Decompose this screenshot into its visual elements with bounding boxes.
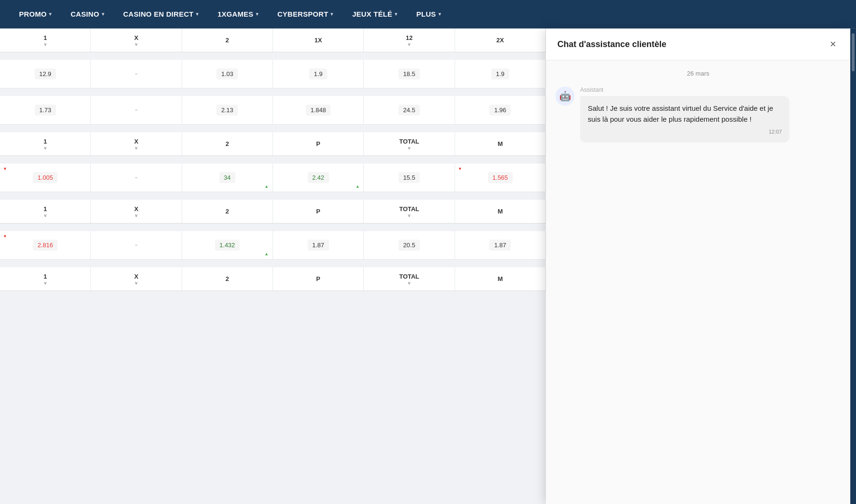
nav-label-1xgames: 1XGAMES	[217, 10, 253, 18]
arrow-up-icon-3: ▲	[264, 252, 269, 256]
bet-col-header4-m: M	[455, 267, 546, 291]
nav-label-jeux-tele: JEUX TÉLÉ	[352, 10, 392, 18]
message-bubble: Salut ! Je suis votre assistant virtuel …	[580, 96, 789, 143]
chat-date-label: 26 mars	[555, 70, 841, 77]
chat-close-button[interactable]: ×	[827, 38, 839, 50]
bet-col-header3-m: M	[455, 200, 546, 223]
bet-cell-1-2[interactable]: 1.03	[182, 60, 273, 88]
bet-col-header-x: X v	[91, 29, 182, 52]
chat-message-group: 🤖 Assistant Salut ! Je suis votre assist…	[555, 87, 841, 143]
nav-item-plus[interactable]: PLUS ▾	[407, 0, 450, 29]
bet-cell-2-1[interactable]: 1.73	[0, 96, 91, 125]
bet-col-header4-p: P	[273, 267, 364, 291]
nav-item-casino-direct[interactable]: CASINO EN DIRECT ▾	[114, 0, 208, 29]
arrow-down-icon-3: ▼	[3, 234, 7, 239]
bet-col-header-2x: 2X	[455, 29, 546, 52]
bet-data-row-3: ▼ 1.005 - 34 ▲ 2.42 ▲ 15.5 ▼ 1.565	[0, 164, 546, 192]
bet-col-header4-x: X v	[91, 267, 182, 291]
bet-cell-2-12[interactable]: 24.5	[364, 96, 455, 125]
nav-chevron-cybersport: ▾	[331, 11, 333, 17]
nav-chevron-jeux-tele: ▾	[395, 11, 397, 17]
bet-col-header4-total: TOTAL v	[364, 267, 455, 291]
nav-item-1xgames[interactable]: 1XGAMES ▾	[208, 0, 268, 29]
arrow-down-icon: ▼	[3, 166, 7, 171]
nav-item-cybersport[interactable]: CYBERSPORT ▾	[268, 0, 343, 29]
bet-col-header4-2: 2	[182, 267, 273, 291]
arrow-up-icon: ▲	[264, 184, 269, 189]
bet-cell-3-12[interactable]: 15.5	[364, 164, 455, 192]
bet-col-header4-1: 1 v	[0, 267, 91, 291]
bet-col-header2-2: 2	[182, 132, 273, 155]
bet-cell-2-1x[interactable]: 1.848	[273, 96, 364, 125]
bet-cell-3-x[interactable]: -	[91, 164, 182, 192]
bet-cell-1-1[interactable]: 12.9	[0, 60, 91, 88]
bet-cell-1-2x[interactable]: 1.9	[455, 60, 546, 88]
bet-col-header-1x: 1X	[273, 29, 364, 52]
nav-item-jeux-tele[interactable]: JEUX TÉLÉ ▾	[343, 0, 407, 29]
bet-col-header2-total: TOTAL v	[364, 132, 455, 155]
arrow-up-icon-2: ▲	[355, 184, 360, 189]
bet-col-header3-total: TOTAL v	[364, 200, 455, 223]
nav-label-promo: PROMO	[19, 10, 47, 18]
nav-chevron-plus: ▾	[438, 11, 441, 17]
bet-cell-2-x[interactable]: -	[91, 96, 182, 125]
bet-cell-4-2[interactable]: 1.432 ▲	[182, 231, 273, 260]
bet-cell-3-2[interactable]: 34 ▲	[182, 164, 273, 192]
nav-chevron-promo: ▾	[49, 11, 51, 17]
bet-cell-4-x[interactable]: -	[91, 231, 182, 260]
bet-data-row-2: 1.73 - 2.13 1.848 24.5 1.96	[0, 96, 546, 125]
bet-col-header3-p: P	[273, 200, 364, 223]
bet-cell-3-2x[interactable]: ▼ 1.565	[455, 164, 546, 192]
bet-cell-1-x[interactable]: -	[91, 60, 182, 88]
message-time: 12:07	[588, 128, 782, 136]
bet-cell-4-m[interactable]: 1.87	[455, 231, 546, 260]
spacer-6	[0, 223, 546, 231]
chat-body: 26 mars 🤖 Assistant Salut ! Je suis votr…	[546, 60, 850, 504]
bet-cell-1-1x[interactable]: 1.9	[273, 60, 364, 88]
nav-chevron-casino: ▾	[102, 11, 104, 17]
bet-col-header2-p: P	[273, 132, 364, 155]
nav-item-promo[interactable]: PROMO ▾	[10, 0, 61, 29]
bet-col-header-12: 12 v	[364, 29, 455, 52]
bet-col-header2-x: X v	[91, 132, 182, 155]
right-scrollbar[interactable]	[850, 29, 856, 504]
message-text: Salut ! Je suis votre assistant virtuel …	[588, 104, 773, 123]
bet-col-header-1: 1 v	[0, 29, 91, 52]
bet-header-row-4: 1 v X v 2 P TOTAL v M	[0, 267, 546, 291]
bet-col-header3-1: 1 v	[0, 200, 91, 223]
nav-chevron-1xgames: ▾	[256, 11, 258, 17]
bet-header-row-3: 1 v X v 2 P TOTAL v M	[0, 200, 546, 223]
chat-title: Chat d'assistance clientèle	[557, 39, 666, 49]
bet-cell-2-2[interactable]: 2.13	[182, 96, 273, 125]
sender-label: Assistant	[580, 87, 841, 93]
spacer-3	[0, 125, 546, 132]
bet-col-header2-1: 1 v	[0, 132, 91, 155]
bet-cell-2-2x[interactable]: 1.96	[455, 96, 546, 125]
bet-col-header2-m: M	[455, 132, 546, 155]
bet-data-row-1: 12.9 - 1.03 1.9 18.5 1.9	[0, 60, 546, 88]
bot-icon: 🤖	[559, 90, 571, 102]
scroll-thumb[interactable]	[852, 33, 855, 71]
chat-header: Chat d'assistance clientèle ×	[546, 29, 850, 60]
nav-item-casino[interactable]: CASINO ▾	[61, 0, 113, 29]
bet-data-row-4: ▼ 2.816 - 1.432 ▲ 1.87 20.5 1.87	[0, 231, 546, 260]
main-content: 1 v X v 2 1X 12 v 2X 12.9	[0, 29, 856, 504]
bet-header-row-2: 1 v X v 2 P TOTAL v M	[0, 132, 546, 156]
spacer-1	[0, 52, 546, 60]
spacer-7	[0, 260, 546, 267]
bet-cell-3-1x[interactable]: 2.42 ▲	[273, 164, 364, 192]
betting-area: 1 v X v 2 1X 12 v 2X 12.9	[0, 29, 546, 504]
nav-label-plus: PLUS	[416, 10, 436, 18]
spacer-5	[0, 192, 546, 200]
top-navigation: PROMO ▾ CASINO ▾ CASINO EN DIRECT ▾ 1XGA…	[0, 0, 856, 29]
arrow-down-icon-2: ▼	[458, 166, 462, 171]
bet-col-header-2: 2	[182, 29, 273, 52]
bot-avatar: 🤖	[555, 87, 574, 106]
bet-cell-4-1[interactable]: ▼ 2.816	[0, 231, 91, 260]
bet-col-header3-x: X v	[91, 200, 182, 223]
bet-cell-1-12[interactable]: 18.5	[364, 60, 455, 88]
bet-cell-3-1[interactable]: ▼ 1.005	[0, 164, 91, 192]
bet-cell-4-p[interactable]: 1.87	[273, 231, 364, 260]
bet-header-row-1: 1 v X v 2 1X 12 v 2X	[0, 29, 546, 52]
bet-cell-4-total[interactable]: 20.5	[364, 231, 455, 260]
